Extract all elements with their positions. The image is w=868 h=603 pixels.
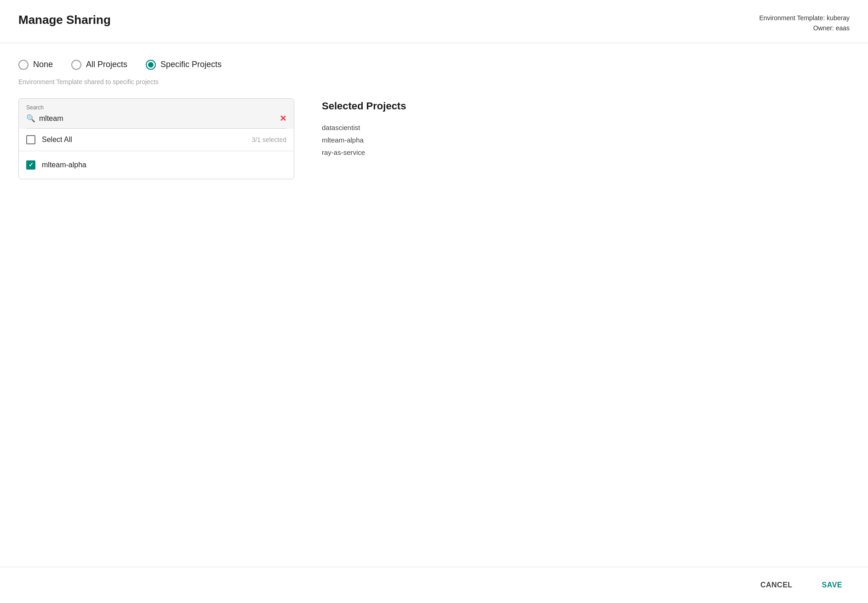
clear-search-icon[interactable]: ✕ — [280, 114, 286, 124]
radio-all-label: All Projects — [86, 60, 127, 69]
list-item[interactable]: mlteam-alpha — [19, 155, 294, 175]
selected-projects-title: Selected Projects — [322, 100, 406, 112]
mlteam-alpha-label: mlteam-alpha — [42, 161, 86, 169]
radio-all-circle — [71, 60, 81, 70]
header-meta: Environment Template: kuberay Owner: eaa… — [759, 13, 850, 34]
project-search-panel: Search 🔍 ✕ Select All 3/1 selected — [18, 98, 294, 179]
dialog-title: Manage Sharing — [18, 13, 111, 27]
owner-name: Owner: eaas — [759, 23, 850, 33]
selected-item-ray-as-service: ray-as-service — [322, 146, 406, 159]
dialog-content: None All Projects Specific Projects Envi… — [0, 43, 868, 567]
select-count: 3/1 selected — [252, 136, 287, 143]
radio-none[interactable]: None — [18, 60, 53, 70]
radio-none-circle — [18, 60, 29, 70]
dialog-header: Manage Sharing Environment Template: kub… — [0, 0, 868, 43]
radio-specific-circle — [146, 60, 156, 70]
search-input-row: 🔍 ✕ — [26, 114, 286, 129]
select-all-row[interactable]: Select All 3/1 selected — [19, 129, 294, 151]
selected-item-mlteam-alpha: mlteam-alpha — [322, 134, 406, 146]
cancel-button[interactable]: CANCEL — [753, 576, 800, 594]
radio-all-projects[interactable]: All Projects — [71, 60, 127, 70]
search-icon: 🔍 — [26, 114, 35, 123]
select-all-checkbox[interactable] — [26, 135, 35, 144]
selected-projects-list: datascientist mlteam-alpha ray-as-servic… — [322, 121, 406, 159]
selected-projects-panel: Selected Projects datascientist mlteam-a… — [322, 98, 406, 159]
search-area: Search 🔍 ✕ — [19, 99, 294, 129]
sharing-mode-group: None All Projects Specific Projects — [18, 60, 850, 70]
manage-sharing-dialog: Manage Sharing Environment Template: kub… — [0, 0, 868, 603]
mlteam-alpha-checkbox[interactable] — [26, 160, 35, 170]
save-button[interactable]: SAVE — [815, 576, 850, 594]
selected-item-datascientist: datascientist — [322, 121, 406, 134]
project-list: mlteam-alpha — [19, 151, 294, 179]
select-all-label: Select All — [42, 136, 246, 144]
search-input[interactable] — [39, 114, 276, 123]
radio-specific-projects[interactable]: Specific Projects — [146, 60, 222, 70]
sharing-description: Environment Template shared to specific … — [18, 78, 850, 85]
search-label: Search — [26, 104, 286, 111]
template-name: Environment Template: kuberay — [759, 13, 850, 23]
radio-specific-label: Specific Projects — [160, 60, 222, 69]
radio-none-label: None — [33, 60, 53, 69]
dialog-footer: CANCEL SAVE — [0, 567, 868, 603]
panels-container: Search 🔍 ✕ Select All 3/1 selected — [18, 98, 850, 179]
